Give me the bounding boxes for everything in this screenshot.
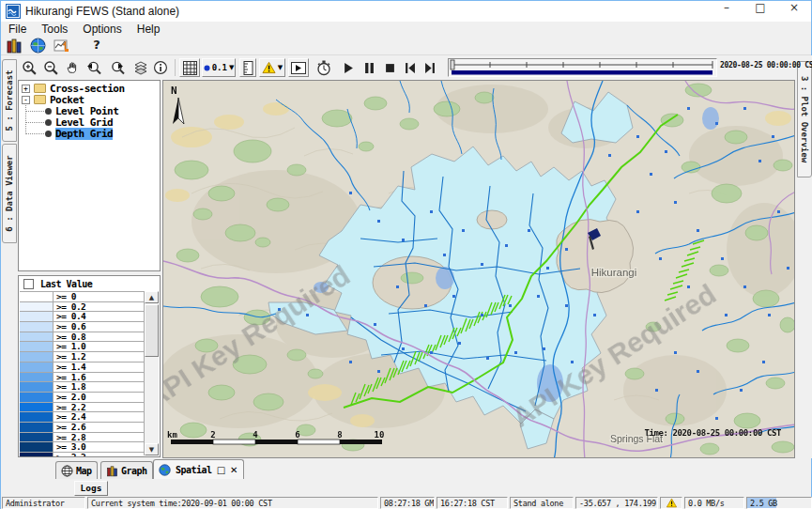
scroll-thumb[interactable] bbox=[145, 304, 159, 357]
tree-expander[interactable]: + bbox=[22, 85, 30, 93]
legend-swatch bbox=[20, 442, 54, 452]
tab-maximize-icon[interactable]: □ bbox=[217, 465, 225, 475]
legend-swatch bbox=[20, 332, 54, 342]
zoom-in-button[interactable] bbox=[20, 58, 38, 77]
legend-label: >= 2.0 bbox=[54, 393, 144, 402]
maximize-button[interactable]: □ bbox=[743, 1, 777, 22]
tab-label: Spatial bbox=[176, 465, 212, 475]
stopwatch-button[interactable] bbox=[314, 58, 333, 77]
last-value-label: Last Value bbox=[40, 279, 92, 289]
map-display-icon[interactable] bbox=[30, 38, 47, 54]
legend-swatch bbox=[20, 373, 54, 382]
warning-dropdown[interactable]: ▼ bbox=[259, 58, 285, 77]
north-label: N bbox=[171, 85, 177, 97]
scale-tick: 6 bbox=[295, 430, 299, 440]
legend-row: >= 2.0 bbox=[20, 393, 144, 403]
stop-button[interactable] bbox=[382, 58, 398, 77]
status-warning-cell[interactable] bbox=[660, 497, 682, 509]
tree-item-label[interactable]: Depth Grid bbox=[55, 128, 113, 140]
scroll-up-button[interactable]: ▲ bbox=[145, 291, 159, 303]
scroll-down-button[interactable]: ▼ bbox=[145, 443, 159, 455]
tab-plot-overview[interactable]: 3 : Plot Overview bbox=[797, 61, 812, 177]
layers-button[interactable] bbox=[131, 58, 150, 77]
legend-swatch bbox=[20, 393, 54, 402]
legend-label: >= 1.4 bbox=[54, 362, 144, 372]
minimize-button[interactable]: – bbox=[710, 1, 743, 22]
skip-to-start-button[interactable] bbox=[402, 58, 418, 77]
legend-swatch bbox=[20, 302, 54, 312]
logs-button[interactable]: Logs bbox=[74, 481, 108, 496]
scale-tick: 4 bbox=[253, 430, 258, 440]
tree-item-level-grid[interactable]: Level Grid bbox=[45, 116, 159, 128]
legend-swatch bbox=[20, 322, 54, 332]
scale-tick: 2 bbox=[210, 430, 215, 440]
help-button[interactable]: ? bbox=[88, 38, 105, 54]
legend-scrollbar[interactable]: ▲ ▼ bbox=[144, 291, 159, 455]
timeline-handle[interactable] bbox=[451, 60, 454, 69]
menu-options[interactable]: Options bbox=[75, 23, 129, 36]
plots-display-icon[interactable] bbox=[54, 38, 70, 54]
legend-label: >= 1.8 bbox=[54, 382, 144, 392]
menu-bar: File Tools Options Help bbox=[1, 22, 811, 36]
status-coordinates: -35.657 , 174.199 bbox=[575, 497, 658, 509]
animation-button[interactable] bbox=[288, 58, 309, 77]
map-time-label: Time: 2020-08-25 00:00:00 CST bbox=[644, 428, 782, 438]
timeline-progress-bar bbox=[452, 70, 712, 75]
info-button[interactable] bbox=[151, 58, 170, 77]
zoom-previous-button[interactable] bbox=[84, 58, 105, 77]
map-canvas[interactable]: API Key Required API Key Required Hikura… bbox=[162, 80, 795, 458]
close-button[interactable]: × bbox=[777, 1, 811, 22]
tree-connector bbox=[25, 111, 44, 112]
legend-row: >= 1.4 bbox=[20, 362, 144, 373]
tree-item-pocket[interactable]: - Pocket bbox=[22, 94, 159, 105]
zoom-next-button[interactable] bbox=[108, 58, 129, 77]
tab-graph[interactable]: Graph bbox=[100, 461, 153, 479]
legend-label: >= 2.6 bbox=[54, 423, 144, 432]
timeline-slider[interactable] bbox=[448, 58, 717, 77]
toolbar-separator bbox=[175, 59, 176, 76]
tree-item-level-point[interactable]: Level Point bbox=[45, 105, 159, 116]
chevron-down-icon: ▼ bbox=[278, 64, 283, 71]
legend-label: >= 0.6 bbox=[54, 322, 144, 332]
tab-label: Map bbox=[76, 466, 92, 476]
tab-data-viewer[interactable]: 6 : Data Viewer bbox=[2, 144, 17, 243]
legend-label: >= 0.8 bbox=[54, 332, 144, 342]
scale-ruler-button[interactable] bbox=[239, 58, 256, 77]
globe-icon bbox=[159, 464, 171, 476]
left-tab-strip: 5 : Forecast 6 : Data Viewer bbox=[1, 55, 18, 458]
menu-help[interactable]: Help bbox=[130, 23, 168, 36]
tab-map[interactable]: Map bbox=[55, 461, 98, 479]
app-window: Hikurangi FEWS (Stand alone) – □ × File … bbox=[0, 0, 812, 509]
tree-item-depth-grid[interactable]: Depth Grid bbox=[45, 128, 159, 139]
tab-close-icon[interactable]: ✕ bbox=[230, 465, 237, 475]
tab-spatial[interactable]: Spatial □ ✕ bbox=[153, 459, 244, 479]
timeline-date-label: 2020-08-25 00:00:00 CST bbox=[720, 61, 812, 69]
menu-file[interactable]: File bbox=[1, 23, 34, 36]
pan-button[interactable] bbox=[63, 58, 82, 77]
tree-connector bbox=[25, 133, 44, 134]
tab-forecast[interactable]: 5 : Forecast bbox=[2, 59, 17, 142]
legend-label: >= 0 bbox=[54, 292, 144, 301]
legend-label: >= 1.6 bbox=[54, 373, 144, 382]
logs-panel-icon[interactable] bbox=[6, 38, 23, 54]
scale-tick: 8 bbox=[337, 430, 342, 440]
legend-swatch bbox=[20, 433, 54, 442]
threshold-dropdown[interactable]: 0.1 ▼ bbox=[202, 58, 236, 77]
window-title: Hikurangi FEWS (Stand alone) bbox=[25, 5, 179, 18]
tree-expander[interactable]: - bbox=[22, 96, 30, 104]
tab-label: Graph bbox=[121, 466, 147, 476]
folder-icon bbox=[34, 95, 46, 104]
tree-item-cross-section[interactable]: + Cross-section bbox=[22, 83, 159, 94]
menu-tools[interactable]: Tools bbox=[34, 23, 75, 36]
status-user: Administrator bbox=[2, 497, 85, 509]
zoom-out-button[interactable] bbox=[41, 58, 60, 77]
status-mode: Stand alone bbox=[510, 497, 574, 509]
last-value-checkbox[interactable] bbox=[23, 279, 34, 289]
right-tab-strip: 3 : Plot Overview bbox=[797, 55, 812, 458]
pause-button[interactable] bbox=[361, 58, 377, 77]
grid-display-button[interactable] bbox=[179, 58, 200, 77]
play-button[interactable] bbox=[341, 58, 357, 77]
legend-label: >= 2.2 bbox=[54, 403, 144, 412]
legend-label: >= 1.0 bbox=[54, 342, 144, 351]
status-system-time: Current system time:2020-09-01 00:00 CST bbox=[87, 497, 378, 509]
